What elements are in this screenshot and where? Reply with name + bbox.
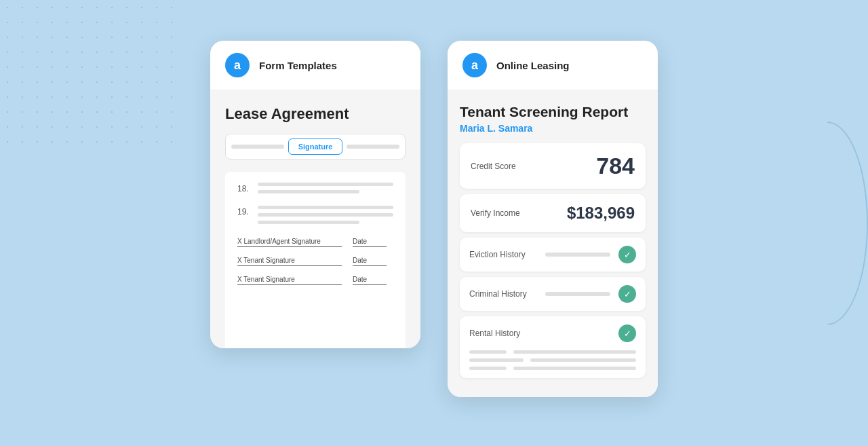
sig-left-tenant2: X Tenant Signature: [237, 276, 342, 285]
rental-line-row: [469, 367, 636, 370]
online-leasing-content: Tenant Screening Report Maria L. Samara …: [448, 90, 658, 397]
eviction-check-icon: ✓: [618, 246, 636, 263]
doc-line: [258, 221, 359, 224]
document-content: 18. 19.: [225, 172, 406, 348]
rental-line-medium: [469, 358, 524, 362]
doc-number-19: 19.: [237, 206, 251, 217]
applicant-name: Maria L. Samara: [460, 123, 646, 134]
eviction-history-label: Eviction History: [469, 250, 537, 259]
income-value: $183,969: [567, 204, 635, 223]
doc-item-19: 19.: [237, 206, 393, 224]
online-leasing-card: a Online Leasing Tenant Screening Report…: [448, 41, 658, 397]
sig-right-tenant1: Date: [353, 257, 393, 266]
doc-line: [258, 190, 359, 193]
rental-line-row: [469, 358, 636, 362]
sig-date-line: [353, 284, 387, 285]
doc-item-18: 18.: [237, 183, 393, 193]
sig-label-tenant1: X Tenant Signature: [237, 257, 342, 264]
credit-score-row: Credit Score 784: [460, 143, 646, 189]
form-templates-header: a Form Templates: [210, 41, 420, 90]
verify-income-label: Verify Income: [471, 208, 520, 218]
criminal-history-label: Criminal History: [469, 289, 537, 299]
sig-label-tenant2: X Tenant Signature: [237, 276, 342, 283]
eviction-history-bar: [545, 253, 610, 257]
signature-section: X Landlord/Agent Signature Date X Tenant…: [237, 238, 393, 285]
rental-line-long: [513, 367, 636, 370]
rental-line-short: [469, 367, 507, 370]
screening-report-title: Tenant Screening Report: [460, 104, 646, 120]
sig-left-tenant1: X Tenant Signature: [237, 257, 342, 266]
signature-button[interactable]: Signature: [288, 138, 343, 155]
rental-check-icon: ✓: [618, 324, 636, 342]
sig-underline: [237, 265, 342, 266]
doc-lines-18: [258, 183, 393, 193]
document-toolbar: Signature: [225, 134, 406, 160]
sig-right-landlord: Date: [353, 238, 393, 247]
toolbar-bar-left: [231, 145, 284, 149]
rental-line-short: [469, 350, 507, 354]
rental-line-row: [469, 350, 636, 354]
rental-history-label: Rental History: [469, 329, 537, 338]
sig-date-landlord: Date: [353, 238, 367, 245]
sig-row-tenant1: X Tenant Signature Date: [237, 257, 393, 266]
doc-line: [258, 183, 393, 186]
toolbar-bar-right: [347, 145, 399, 149]
credit-score-label: Credit Score: [471, 162, 516, 171]
form-templates-title: Form Templates: [259, 60, 337, 71]
brand-logo-left: a: [225, 53, 250, 77]
form-templates-content: Lease Agreement Signature 18. 19.: [210, 90, 420, 348]
rental-history-lines: [469, 350, 636, 370]
criminal-history-bar: [545, 292, 610, 296]
cards-container: a Form Templates Lease Agreement Signatu…: [0, 0, 868, 446]
sig-label-landlord: X Landlord/Agent Signature: [237, 238, 342, 245]
verify-income-row: Verify Income $183,969: [460, 194, 646, 232]
rental-line-long: [530, 358, 636, 362]
form-templates-card: a Form Templates Lease Agreement Signatu…: [210, 41, 420, 348]
sig-underline: [237, 246, 342, 247]
sig-row-tenant2: X Tenant Signature Date: [237, 276, 393, 285]
sig-underline: [237, 284, 342, 285]
sig-date-tenant2: Date: [353, 276, 367, 283]
online-leasing-header: a Online Leasing: [448, 41, 658, 90]
online-leasing-title: Online Leasing: [496, 60, 570, 71]
sig-left-landlord: X Landlord/Agent Signature: [237, 238, 342, 247]
sig-row-landlord: X Landlord/Agent Signature Date: [237, 238, 393, 247]
sig-date-line: [353, 265, 387, 266]
sig-date-tenant1: Date: [353, 257, 367, 264]
criminal-history-row: Criminal History ✓: [460, 277, 646, 311]
brand-logo-right: a: [462, 53, 487, 77]
sig-right-tenant2: Date: [353, 276, 393, 285]
criminal-check-icon: ✓: [618, 285, 636, 303]
sig-date-line: [353, 246, 387, 247]
rental-history-header: Rental History ✓: [469, 324, 636, 342]
doc-line: [258, 213, 393, 217]
doc-number-18: 18.: [237, 183, 251, 193]
lease-agreement-title: Lease Agreement: [225, 105, 406, 123]
credit-score-value: 784: [596, 153, 635, 179]
rental-line-long: [513, 350, 636, 354]
rental-history-row: Rental History ✓: [460, 316, 646, 378]
doc-lines-19: [258, 206, 393, 224]
eviction-history-row: Eviction History ✓: [460, 238, 646, 272]
doc-line: [258, 206, 393, 209]
